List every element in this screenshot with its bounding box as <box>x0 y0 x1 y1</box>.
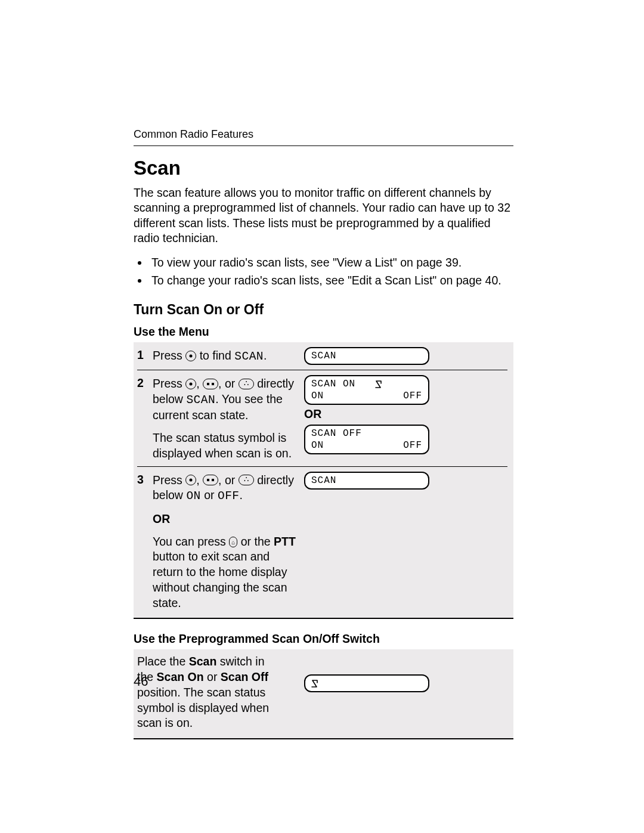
nav-button-icon <box>185 351 196 361</box>
or-label: OR <box>153 512 299 527</box>
softkey-two-dot-icon <box>203 379 218 389</box>
lcd-screen: SCAN ON ON OFF <box>304 375 429 405</box>
lcd-screen: SCAN OFF ON OFF <box>304 425 429 454</box>
list-item: To change your radio's scan lists, see "… <box>149 273 513 289</box>
step-2: 2 Press , , or ∴ directly below SCAN. Yo… <box>137 370 507 462</box>
softkey-club-icon: ∴ <box>239 475 254 485</box>
softkey-club-icon: ∴ <box>239 379 254 389</box>
lcd-screen <box>304 674 429 692</box>
section-heading: Turn Scan On or Off <box>134 302 513 318</box>
intro-paragraph: The scan feature allows you to monitor t… <box>134 185 513 246</box>
scan-status-icon <box>311 679 321 688</box>
switch-step-text: Place the Scan switch in the Scan On or … <box>137 654 304 731</box>
lcd-screen: SCAN <box>304 472 429 490</box>
page-title: Scan <box>134 157 513 179</box>
or-label: OR <box>304 407 507 421</box>
subsection-use-menu: Use the Menu <box>134 325 513 339</box>
step-text: Press to find SCAN. <box>153 347 304 365</box>
xref-list: To view your radio's scan lists, see "Vi… <box>134 255 513 288</box>
list-item: To view your radio's scan lists, see "Vi… <box>149 255 513 271</box>
step-number: 2 <box>137 375 153 390</box>
procedure-use-menu: 1 Press to find SCAN. SCAN 2 Press , , o… <box>134 342 513 620</box>
running-header: Common Radio Features <box>134 128 513 141</box>
home-button-icon: ⌂ <box>229 537 237 547</box>
header-rule <box>134 145 513 146</box>
step-text: Press , , or ∴ directly below ON or OFF.… <box>153 472 304 611</box>
step-text: Press , , or ∴ directly below SCAN. You … <box>153 375 304 462</box>
page-number: 46 <box>134 674 148 689</box>
procedure-use-switch: Place the Scan switch in the Scan On or … <box>134 649 513 739</box>
lcd-screen: SCAN <box>304 347 429 365</box>
softkey-one-dot-icon <box>185 379 196 389</box>
step-3: 3 Press , , or ∴ directly below ON or OF… <box>137 466 507 611</box>
subsection-use-switch: Use the Preprogrammed Scan On/Off Switch <box>134 632 513 646</box>
step-number: 3 <box>137 472 153 487</box>
step-number: 1 <box>137 347 153 362</box>
softkey-two-dot-icon <box>203 475 218 485</box>
step-1: 1 Press to find SCAN. SCAN <box>137 347 507 365</box>
scan-status-icon <box>375 380 385 388</box>
softkey-one-dot-icon <box>185 475 196 485</box>
